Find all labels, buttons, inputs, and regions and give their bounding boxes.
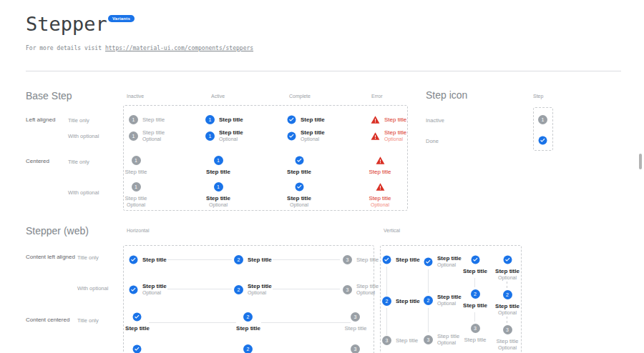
connector-line	[474, 312, 475, 322]
step-title: Step title	[287, 195, 311, 202]
step-title: Step title	[495, 268, 519, 274]
hstep-centered-inactive: 3	[351, 312, 360, 322]
step-title: Step title	[463, 302, 487, 309]
connector-line	[167, 259, 232, 260]
step-active: 1 Step title	[205, 115, 243, 124]
step-title: Step title	[344, 325, 366, 332]
connector-line	[167, 289, 232, 289]
step-number-icon: 1	[214, 182, 223, 192]
hstep-complete-optional: Step titleOptional	[129, 283, 167, 296]
warning-icon	[371, 115, 380, 124]
step-complete: Step title	[287, 115, 325, 124]
step-number-icon: 3	[471, 324, 480, 333]
step-optional: Optional	[209, 202, 228, 208]
step-number-icon: 1	[132, 182, 141, 192]
step-title: Step title	[301, 129, 325, 136]
step-title: Step title	[142, 116, 165, 123]
row-label-centered: Centered	[26, 158, 49, 164]
variant-label-title-only: Title only	[68, 159, 89, 165]
variants-badge: Variants	[108, 15, 135, 22]
step-active-centered: 1 Step title	[197, 156, 240, 175]
column-label-inactive: Inactive	[127, 94, 144, 99]
variant-label-with-optional: With optional	[77, 285, 108, 292]
step-number-icon: 3	[351, 312, 360, 322]
step-optional: Optional	[371, 202, 389, 208]
column-label-step: Step	[533, 94, 543, 99]
steppers-doc-link[interactable]: https://material-ui.com/components/stepp…	[105, 45, 253, 51]
step-optional: Optional	[356, 290, 379, 296]
step-inactive-centered-optional: 1 Step title Optional	[114, 182, 157, 208]
step-icon-inactive: 1	[538, 115, 547, 124]
variant-label-title-only: Title only	[68, 117, 89, 124]
connector-line	[474, 278, 475, 287]
step-title: Step title	[125, 169, 147, 175]
hstep-centered-inactive: 3	[351, 344, 360, 353]
row-label-done: Done	[426, 138, 439, 144]
hstep-inactive-optional: 3 Step titleOptional	[343, 283, 379, 296]
step-number-icon: 1	[129, 115, 138, 124]
step-number-icon: 3	[424, 335, 433, 344]
step-title: Step title	[125, 325, 150, 332]
hstep-centered-active: 2	[243, 312, 253, 322]
step-title: Step title	[142, 129, 165, 136]
check-circle-icon	[287, 131, 296, 141]
step-active-optional: 1 Step titleOptional	[205, 129, 243, 142]
column-label-horizontal: Horizontal	[127, 228, 150, 233]
hstep-active-optional: 2 Step titleOptional	[234, 283, 272, 296]
vertical-scrollbar-thumb[interactable]	[639, 154, 642, 169]
connector-line	[386, 267, 387, 296]
step-number-icon: 2	[471, 289, 480, 299]
step-number-icon: 2	[424, 296, 433, 305]
hstep-centered-title: Step title	[227, 325, 270, 332]
connector-line	[273, 259, 340, 260]
step-error-centered: Step title	[358, 156, 401, 175]
step-title: Step title	[369, 169, 391, 175]
step-title: Step title	[396, 337, 418, 344]
step-title: Step title	[125, 195, 147, 202]
step-optional: Optional	[498, 275, 517, 281]
warning-icon	[376, 156, 385, 165]
step-title: Step title	[356, 257, 379, 263]
check-circle-icon	[129, 285, 138, 294]
connector-line	[428, 308, 429, 332]
step-title: Step title	[384, 116, 406, 123]
step-number-icon: 1	[205, 115, 215, 124]
step-error-optional: Step titleOptional	[371, 129, 406, 142]
row-label-inactive: Inactive	[426, 117, 444, 124]
step-title: Step title	[396, 298, 420, 304]
connector-line	[273, 289, 340, 289]
step-number-icon: 2	[234, 255, 243, 264]
base-step-heading: Base Step	[26, 90, 72, 101]
column-label-active: Active	[211, 94, 225, 99]
check-circle-icon	[295, 156, 304, 165]
step-number-icon: 1	[205, 131, 215, 141]
step-inactive: 1 Step title	[129, 115, 165, 124]
hstep-centered-complete	[132, 344, 142, 353]
step-title: Step title	[369, 195, 391, 202]
page-title: Stepper	[26, 13, 107, 35]
warning-icon	[371, 131, 380, 141]
subtitle-text: For more details visit	[26, 45, 102, 51]
step-optional: Optional	[142, 136, 165, 142]
check-circle-icon	[129, 255, 138, 264]
column-label-error: Error	[371, 94, 383, 99]
step-optional: Optional	[127, 202, 145, 208]
step-title: Step title	[396, 257, 420, 263]
variant-label-with-optional: With optional	[68, 189, 99, 196]
step-title: Step title	[463, 268, 487, 274]
hstep-centered-title: Step title	[334, 325, 377, 332]
step-number-icon: 2	[382, 297, 391, 306]
step-number-icon: 3	[503, 325, 512, 334]
step-title: Step title	[219, 129, 243, 136]
check-circle-icon	[471, 255, 480, 264]
step-error-centered-optional: Step title Optional	[358, 182, 401, 208]
step-number-icon: 2	[243, 312, 253, 322]
check-circle-icon	[538, 136, 547, 145]
row-label-content-left-aligned: Content left aligned	[26, 254, 75, 260]
variant-label-title-only: Title only	[77, 254, 99, 261]
step-number-icon: 2	[503, 290, 512, 299]
check-circle-icon	[287, 115, 296, 124]
hstep-centered-complete	[132, 312, 142, 322]
step-number-icon: 3	[382, 336, 391, 345]
step-complete-optional: Step titleOptional	[287, 129, 325, 142]
